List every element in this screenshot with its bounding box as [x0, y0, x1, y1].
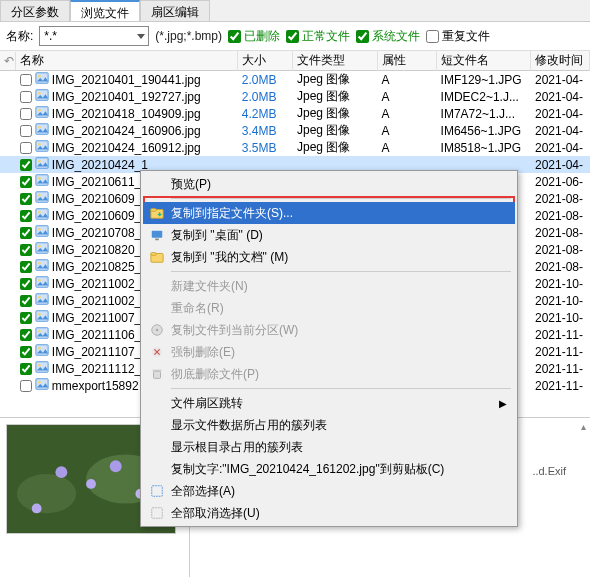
ctx-copy-to-partition: 复制文件到当前分区(W): [143, 319, 515, 341]
table-row[interactable]: IMG_20210424_160912.jpg 3.5MB Jpeg 图像 A …: [0, 139, 590, 156]
svg-rect-41: [155, 239, 159, 241]
ctx-select-all[interactable]: 全部选择(A): [143, 480, 515, 502]
chk-normal[interactable]: 正常文件: [286, 28, 350, 45]
svg-point-58: [32, 504, 42, 514]
row-checkbox[interactable]: [20, 278, 32, 290]
tab-browse-files[interactable]: 浏览文件: [70, 0, 140, 21]
ctx-copy-to-docs[interactable]: 复制到 "我的文档" (M): [143, 246, 515, 268]
file-attr: A: [378, 107, 437, 121]
col-mtime[interactable]: 修改时间: [531, 50, 590, 71]
svg-rect-4: [36, 107, 48, 118]
svg-point-1: [38, 75, 41, 78]
row-checkbox[interactable]: [20, 74, 32, 86]
file-name: IMG_20210820_: [52, 243, 141, 257]
file-name: IMG_20210424_160912.jpg: [52, 141, 201, 155]
filter-name-input[interactable]: *.*: [39, 26, 149, 46]
row-checkbox[interactable]: [20, 312, 32, 324]
svg-point-3: [38, 92, 41, 95]
svg-point-19: [38, 228, 41, 231]
svg-rect-40: [152, 231, 163, 238]
file-mtime: 2021-08-: [531, 226, 590, 240]
col-name[interactable]: 名称: [16, 50, 238, 71]
svg-rect-34: [36, 362, 48, 373]
file-mtime: 2021-08-: [531, 243, 590, 257]
ctx-preview[interactable]: 预览(P): [143, 173, 515, 195]
filter-name-label: 名称:: [6, 28, 33, 45]
row-checkbox[interactable]: [20, 244, 32, 256]
svg-point-7: [38, 126, 41, 129]
svg-point-37: [38, 381, 41, 384]
file-mtime: 2021-11-: [531, 379, 590, 393]
svg-rect-50: [152, 508, 163, 519]
row-checkbox[interactable]: [20, 91, 32, 103]
svg-point-17: [38, 211, 41, 214]
delete-icon: [147, 344, 167, 360]
chk-deleted[interactable]: 已删除: [228, 28, 280, 45]
filter-bar: 名称: *.* (*.jpg;*.bmp) 已删除 正常文件 系统文件 重复文件: [0, 22, 590, 51]
row-checkbox[interactable]: [20, 227, 32, 239]
image-file-icon: [35, 309, 49, 326]
col-short[interactable]: 短文件名: [437, 50, 531, 71]
ctx-force-delete: 强制删除(E): [143, 341, 515, 363]
svg-point-25: [38, 279, 41, 282]
tab-sector-edit[interactable]: 扇区编辑: [140, 0, 210, 21]
row-checkbox[interactable]: [20, 176, 32, 188]
row-checkbox[interactable]: [20, 159, 32, 171]
svg-rect-20: [36, 243, 48, 254]
ctx-separator: [171, 271, 511, 272]
svg-rect-49: [152, 486, 163, 497]
table-row[interactable]: IMG_20210424_160906.jpg 3.4MB Jpeg 图像 A …: [0, 122, 590, 139]
row-checkbox[interactable]: [20, 380, 32, 392]
file-name: IMG_20210609_: [52, 192, 141, 206]
row-checkbox[interactable]: [20, 363, 32, 375]
svg-rect-18: [36, 226, 48, 237]
row-checkbox[interactable]: [20, 346, 32, 358]
col-size[interactable]: 大小: [238, 50, 293, 71]
table-row[interactable]: IMG_20210401_192727.jpg 2.0MB Jpeg 图像 A …: [0, 88, 590, 105]
file-mtime: 2021-08-: [531, 260, 590, 274]
svg-point-21: [38, 245, 41, 248]
row-checkbox[interactable]: [20, 108, 32, 120]
row-checkbox[interactable]: [20, 142, 32, 154]
row-checkbox[interactable]: [20, 193, 32, 205]
table-row[interactable]: IMG_20210401_190441.jpg 2.0MB Jpeg 图像 A …: [0, 71, 590, 88]
ctx-sector-jump[interactable]: 文件扇区跳转 ▶: [143, 392, 515, 414]
chk-dup[interactable]: 重复文件: [426, 28, 490, 45]
ctx-copy-text[interactable]: 复制文字:"IMG_20210424_161202.jpg"到剪贴板(C): [143, 458, 515, 480]
tab-partition-params[interactable]: 分区参数: [0, 0, 70, 21]
row-checkbox[interactable]: [20, 210, 32, 222]
svg-rect-39: [151, 209, 156, 212]
svg-rect-30: [36, 328, 48, 339]
file-mtime: 2021-10-: [531, 311, 590, 325]
ctx-cluster-list-data[interactable]: 显示文件数据所占用的簇列表: [143, 414, 515, 436]
svg-point-52: [17, 474, 76, 513]
ctx-copy-to-desktop[interactable]: 复制到 "桌面" (D): [143, 224, 515, 246]
file-type: Jpeg 图像: [293, 122, 378, 139]
file-name: IMG_20210424_160906.jpg: [52, 124, 201, 138]
ctx-cluster-list-root[interactable]: 显示根目录占用的簇列表: [143, 436, 515, 458]
ctx-new-folder: 新建文件夹(N): [143, 275, 515, 297]
file-size: 3.5MB: [238, 141, 293, 155]
row-checkbox[interactable]: [20, 329, 32, 341]
file-type: Jpeg 图像: [293, 139, 378, 156]
file-type: Jpeg 图像: [293, 88, 378, 105]
ctx-copy-to-folder[interactable]: 复制到指定文件夹(S)...: [143, 202, 515, 224]
ctx-deselect-all[interactable]: 全部取消选择(U): [143, 502, 515, 524]
svg-point-35: [38, 364, 41, 367]
file-size: 2.0MB: [238, 90, 293, 104]
file-name: IMG_20210424_1: [52, 158, 148, 172]
image-file-icon: [35, 224, 49, 241]
scroll-up-icon[interactable]: ▴: [581, 420, 586, 434]
row-checkbox[interactable]: [20, 261, 32, 273]
col-arrow[interactable]: ↶: [0, 52, 16, 70]
ctx-separator: [171, 198, 511, 199]
row-checkbox[interactable]: [20, 295, 32, 307]
svg-point-5: [38, 109, 41, 112]
table-row[interactable]: IMG_20210418_104909.jpg 4.2MB Jpeg 图像 A …: [0, 105, 590, 122]
col-type[interactable]: 文件类型: [293, 50, 378, 71]
chk-system[interactable]: 系统文件: [356, 28, 420, 45]
col-attr[interactable]: 属性: [378, 50, 437, 71]
row-checkbox[interactable]: [20, 125, 32, 137]
image-file-icon: [35, 122, 49, 139]
svg-point-45: [156, 329, 159, 332]
